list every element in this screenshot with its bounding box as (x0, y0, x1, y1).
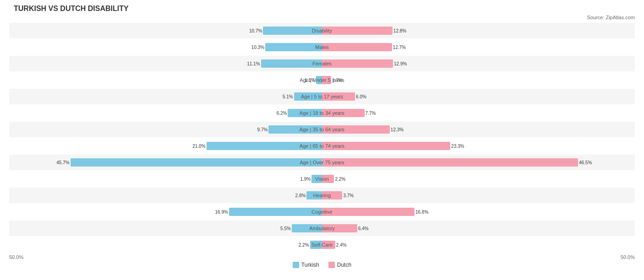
val-right: 12.3% (391, 127, 404, 132)
bar-label: Ambulatory (309, 226, 335, 231)
legend-turkish-box (293, 262, 299, 268)
legend-dutch: Dutch (328, 262, 351, 268)
val-right: 23.3% (451, 144, 464, 149)
bar-label: Age | Over 75 years (300, 160, 344, 165)
val-right: 16.8% (415, 210, 428, 215)
bar-container: Age | Under 5 years 1.1% 1.7% (9, 72, 635, 88)
bar-container: Males 10.3% 12.7% (9, 39, 635, 55)
val-right: 3.7% (343, 193, 354, 198)
bar-right (322, 59, 393, 68)
bar-container: Females 11.1% 12.9% (9, 56, 635, 71)
val-left: 5.1% (283, 94, 293, 99)
chart-row: Age | Over 75 years 45.7% 46.5% (9, 155, 635, 170)
chart-row: Age | 35 to 64 years 9.7% 12.3% (9, 122, 635, 137)
bar-label: Vision (315, 176, 329, 182)
bar-label: Cognitive (311, 209, 333, 215)
chart-row: Age | 5 to 17 years 5.1% 6.0% (9, 89, 635, 104)
source: Source: ZipAtlas.com (9, 15, 635, 20)
val-right: 12.9% (394, 61, 407, 66)
val-left: 16.9% (215, 210, 228, 215)
val-right: 7.7% (366, 111, 376, 116)
bar-left (71, 158, 322, 167)
axis-left-label: 50.0% (9, 254, 23, 260)
val-left: 10.7% (249, 28, 262, 33)
val-right: 46.5% (579, 160, 592, 165)
bar-label: Disability (312, 28, 332, 33)
bar-container: Self-Care 2.2% 2.4% (9, 237, 635, 253)
legend: Turkish Dutch (9, 262, 635, 268)
chart-title: TURKISH VS DUTCH DISABILITY (14, 5, 635, 13)
bar-right (322, 43, 392, 51)
val-right: 12.8% (393, 28, 406, 33)
val-left: 2.8% (295, 193, 306, 198)
bar-container: Age | 18 to 34 years 6.2% 7.7% (9, 105, 635, 121)
val-left: 6.2% (277, 111, 287, 116)
bar-right (322, 158, 578, 167)
bar-container: Age | 35 to 64 years 9.7% 12.3% (9, 122, 635, 137)
bar-label: Age | Under 5 years (300, 77, 344, 83)
bar-label: Females (312, 61, 332, 66)
chart-row: Self-Care 2.2% 2.4% (9, 237, 635, 253)
chart-row: Age | Under 5 years 1.1% 1.7% (9, 72, 635, 88)
chart-row: Cognitive 16.9% 16.8% (9, 204, 635, 220)
legend-dutch-box (328, 262, 335, 268)
legend-dutch-label: Dutch (337, 262, 351, 268)
val-left: 11.1% (247, 61, 260, 66)
val-right: 2.4% (336, 242, 347, 248)
val-left: 1.9% (300, 177, 311, 182)
bar-container: Ambulatory 5.5% 6.4% (9, 221, 635, 236)
bar-container: Age | Over 75 years 45.7% 46.5% (9, 155, 635, 170)
axis-bottom: 50.0% 50.0% (9, 254, 635, 260)
chart-row: Vision 1.9% 2.2% (9, 171, 635, 187)
bar-container: Cognitive 16.9% 16.8% (9, 204, 635, 220)
chart-row: Disability 10.7% 12.8% (9, 23, 635, 38)
val-right: 6.0% (356, 94, 366, 99)
val-left: 10.3% (251, 45, 264, 50)
val-left: 9.7% (257, 127, 268, 132)
val-right: 6.4% (358, 226, 369, 231)
bar-label: Hearing (313, 193, 331, 198)
val-left: 5.5% (280, 226, 291, 231)
bar-container: Age | 65 to 74 years 21.0% 23.3% (9, 138, 635, 154)
bar-label: Males (315, 44, 328, 50)
val-right: 12.7% (393, 45, 406, 50)
bar-label: Age | 35 to 64 years (300, 127, 344, 132)
bar-right (322, 208, 415, 216)
chart-row: Hearing 2.8% 3.7% (9, 188, 635, 203)
val-left: 21.0% (192, 144, 205, 149)
val-left: 2.2% (299, 242, 309, 248)
legend-turkish-label: Turkish (301, 262, 319, 268)
bar-label: Age | 18 to 34 years (300, 110, 344, 116)
chart-row: Females 11.1% 12.9% (9, 56, 635, 71)
bar-label: Age | 65 to 74 years (300, 143, 344, 149)
val-left: 45.7% (56, 160, 69, 165)
bar-container: Age | 5 to 17 years 5.1% 6.0% (9, 89, 635, 104)
bar-label: Self-Care (311, 242, 333, 248)
chart-row: Males 10.3% 12.7% (9, 39, 635, 55)
bar-label: Age | 5 to 17 years (301, 94, 343, 99)
bar-container: Hearing 2.8% 3.7% (9, 188, 635, 203)
bar-right (322, 27, 393, 35)
axis-right-label: 50.0% (621, 254, 635, 260)
bar-container: Vision 1.9% 2.2% (9, 171, 635, 187)
chart-row: Ambulatory 5.5% 6.4% (9, 221, 635, 236)
chart-row: Age | 18 to 34 years 6.2% 7.7% (9, 105, 635, 121)
bar-left (229, 208, 322, 216)
bar-left (265, 43, 322, 51)
chart-row: Age | 65 to 74 years 21.0% 23.3% (9, 138, 635, 154)
chart-area: Disability 10.7% 12.8% Males 10.3% 12.7%… (9, 23, 635, 253)
bar-container: Disability 10.7% 12.8% (9, 23, 635, 38)
val-right: 2.2% (335, 177, 345, 182)
legend-turkish: Turkish (293, 262, 319, 268)
